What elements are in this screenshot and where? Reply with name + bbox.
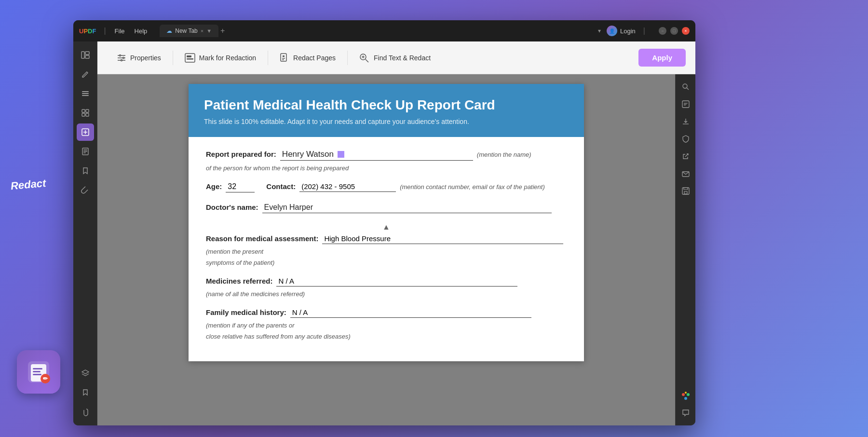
pdf-title: Patient Medical Health Check Up Report C… — [204, 97, 569, 113]
properties-item[interactable]: Properties — [107, 49, 171, 67]
sidebar-bookmark2-icon[interactable] — [77, 384, 94, 401]
svg-rect-26 — [187, 55, 191, 57]
tab-pin[interactable]: ▼ — [206, 28, 212, 34]
right-security-icon[interactable] — [678, 131, 693, 147]
right-color-icon[interactable] — [678, 388, 693, 403]
right-download-icon[interactable] — [678, 114, 693, 129]
age-value: 32 — [226, 181, 255, 192]
login-button[interactable]: 👤 Login — [607, 26, 636, 36]
redact-label: Redact — [10, 177, 46, 192]
find-text-redact-icon — [359, 53, 370, 63]
pdf-header: Patient Medical Health Check Up Report C… — [189, 84, 584, 137]
family-value: N / A — [290, 307, 531, 318]
svg-rect-8 — [85, 52, 89, 55]
medicines-hint: (name of all the medicines referred) — [206, 290, 305, 298]
form-row-prepared-for: Report prepared for: Henry Watson (menti… — [206, 149, 567, 172]
svg-rect-19 — [83, 150, 87, 150]
reason-value: High Blood Pressure — [322, 233, 563, 244]
sidebar-edit-icon[interactable] — [77, 66, 94, 83]
new-tab[interactable]: ☁ New Tab × ▼ — [160, 25, 218, 37]
cloud-icon: ☁ — [166, 27, 172, 34]
sidebar-list-icon[interactable] — [77, 85, 94, 102]
svg-rect-14 — [86, 109, 89, 112]
svg-rect-12 — [82, 95, 89, 96]
form-row-age-contact: Age: 32 Contact: (202) 432 - 9505 (menti… — [206, 181, 567, 192]
updf-logo: UPDF — [79, 27, 96, 35]
right-mail-icon[interactable] — [678, 166, 693, 181]
contact-value: (202) 432 - 9505 — [299, 181, 396, 192]
svg-point-33 — [683, 84, 687, 88]
reason-label: Reason for medical assessment: — [206, 234, 318, 243]
sidebar-grid-icon[interactable] — [77, 104, 94, 122]
right-search-icon[interactable] — [678, 79, 693, 95]
divider-arrow: ▲ — [206, 223, 567, 232]
svg-rect-10 — [82, 91, 89, 92]
close-button[interactable]: × — [682, 27, 690, 35]
right-ocr-icon[interactable] — [678, 96, 693, 112]
toolbar-sep3 — [347, 51, 348, 65]
sidebar-bookmark-icon[interactable] — [77, 162, 94, 179]
find-text-redact-label: Find Text & Redact — [374, 54, 431, 62]
dropdown-arrow[interactable]: ▾ — [598, 27, 601, 34]
content-area: Patient Medical Health Check Up Report C… — [97, 74, 695, 425]
menu-help[interactable]: Help — [132, 27, 150, 36]
sidebar-pages-icon[interactable] — [77, 143, 94, 160]
sidebar-redact-icon[interactable] — [77, 123, 94, 141]
right-comment-icon[interactable] — [678, 405, 693, 421]
sidebar-clip-icon[interactable] — [77, 403, 94, 421]
contact-label: Contact: — [266, 182, 296, 191]
mark-redaction-item[interactable]: Mark for Redaction — [175, 49, 266, 67]
redact-pages-item[interactable]: Redact Pages — [270, 49, 345, 67]
svg-rect-13 — [82, 109, 85, 112]
form-row-reason: Reason for medical assessment: High Bloo… — [206, 233, 567, 266]
svg-point-23 — [123, 57, 124, 58]
svg-rect-3 — [33, 371, 41, 372]
tab-add-btn[interactable]: + — [220, 27, 225, 35]
pdf-area: Patient Medical Health Check Up Report C… — [97, 74, 675, 425]
app-icon-svg: ✏ — [26, 359, 51, 384]
svg-rect-27 — [187, 58, 193, 60]
name-hint: (mention the name) — [477, 151, 531, 158]
family-hint: (mention if any of the parents or — [206, 322, 295, 329]
apply-button[interactable]: Apply — [638, 49, 686, 67]
tab-bar: ☁ New Tab × ▼ + — [160, 25, 594, 37]
svg-rect-31 — [282, 59, 284, 60]
find-text-redact-item[interactable]: Find Text & Redact — [350, 49, 440, 67]
svg-point-41 — [685, 392, 687, 394]
patient-name-text: Henry Watson — [282, 150, 334, 159]
contact-hint: (mention contact number, email or fax of… — [400, 183, 545, 191]
svg-rect-29 — [283, 55, 285, 57]
sidebar-layers-icon[interactable] — [77, 365, 94, 382]
svg-rect-15 — [82, 113, 85, 116]
right-sidebar — [675, 74, 695, 425]
title-bar: UPDF | File Help ☁ New Tab × ▼ + ▾ 👤 Log… — [73, 20, 695, 41]
svg-rect-30 — [282, 58, 285, 59]
reason-subhint: symptoms of the patient) — [206, 259, 567, 266]
menu-file[interactable]: File — [112, 27, 128, 36]
left-sidebar — [73, 41, 97, 425]
toolbar-sep1 — [173, 51, 173, 65]
maximize-button[interactable]: □ — [670, 27, 678, 35]
patient-name-value: Henry Watson — [280, 149, 473, 161]
reason-hint: (mention the present — [206, 248, 263, 255]
svg-rect-11 — [82, 93, 89, 94]
pdf-body: Report prepared for: Henry Watson (menti… — [189, 137, 584, 361]
right-save-icon[interactable] — [678, 183, 693, 199]
age-label: Age: — [206, 182, 222, 191]
doctor-value: Evelyn Harper — [262, 202, 552, 213]
sidebar-attach-icon[interactable] — [77, 181, 94, 199]
svg-rect-2 — [33, 368, 42, 369]
tab-close-btn[interactable]: × — [201, 28, 203, 34]
prepared-for-label: Report prepared for: — [206, 150, 276, 158]
window-controls: − □ × — [659, 27, 690, 35]
right-share-icon[interactable] — [678, 149, 693, 164]
toolbar-sep2 — [268, 51, 268, 65]
svg-point-39 — [687, 393, 690, 396]
sidebar-panels-icon[interactable] — [77, 46, 94, 64]
family-subhint: close relative has suffered from any acu… — [206, 333, 567, 340]
main-area: Properties Mark for Redaction — [73, 41, 695, 425]
svg-rect-9 — [85, 55, 89, 58]
minimize-button[interactable]: − — [659, 27, 666, 35]
mark-redaction-label: Mark for Redaction — [199, 54, 256, 62]
svg-point-40 — [684, 397, 687, 400]
